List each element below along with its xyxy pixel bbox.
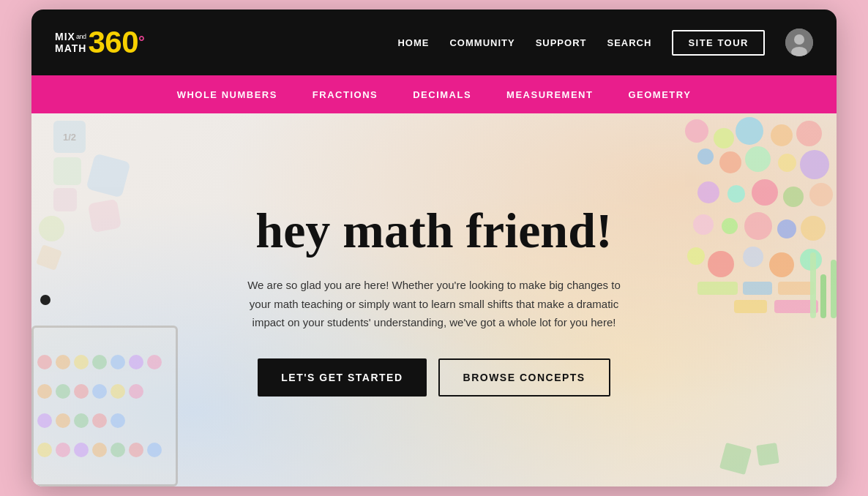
hero-buttons: LET'S GET STARTED BROWSE CONCEPTS <box>244 358 624 397</box>
nav-home[interactable]: HOME <box>397 37 429 48</box>
site-tour-button[interactable]: SITE TOUR <box>672 30 765 56</box>
nav-measurement[interactable]: MEASUREMENT <box>506 89 593 100</box>
logo-degree: ° <box>138 34 144 50</box>
nav-search[interactable]: SEARCH <box>607 37 651 48</box>
browse-concepts-button[interactable]: BROWSE CONCEPTS <box>438 358 610 397</box>
nav-decimals[interactable]: DECIMALS <box>413 89 471 100</box>
nav-geometry[interactable]: GEOMETRY <box>628 89 691 100</box>
user-avatar[interactable] <box>785 29 813 56</box>
nav-community[interactable]: COMMUNITY <box>449 37 515 48</box>
hero-subtitle: We are so glad you are here! Whether you… <box>244 276 624 332</box>
logo-and: and <box>76 33 86 40</box>
svg-point-1 <box>794 34 804 45</box>
lets-get-started-button[interactable]: LET'S GET STARTED <box>258 358 426 397</box>
navbar: MIX and MATH 360° HOME COMMUNITY SUPPORT… <box>31 10 837 75</box>
nav-support[interactable]: SUPPORT <box>536 37 587 48</box>
hero-content: hey math friend! We are so glad you are … <box>229 174 639 425</box>
secondary-nav: WHOLE NUMBERS FRACTIONS DECIMALS MEASURE… <box>31 75 837 113</box>
logo-mix: MIX <box>55 31 75 42</box>
nav-links: HOME COMMUNITY SUPPORT SEARCH SITE TOUR <box>397 29 813 56</box>
hero-section: 1/2 <box>31 113 837 486</box>
logo[interactable]: MIX and MATH 360° <box>55 27 144 58</box>
browser-frame: MIX and MATH 360° HOME COMMUNITY SUPPORT… <box>31 10 837 486</box>
hero-title: hey math friend! <box>244 203 624 258</box>
carousel-dot[interactable] <box>40 295 50 305</box>
logo-360: 360 <box>88 27 138 58</box>
logo-math: MATH <box>55 42 86 54</box>
nav-whole-numbers[interactable]: WHOLE NUMBERS <box>177 89 277 100</box>
nav-fractions[interactable]: FRACTIONS <box>313 89 378 100</box>
